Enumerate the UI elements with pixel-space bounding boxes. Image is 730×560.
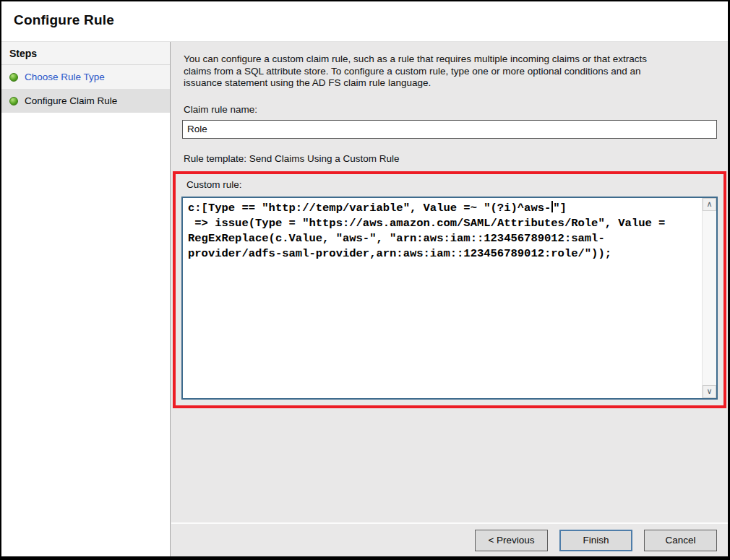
configure-rule-dialog: Configure Rule Steps Choose Rule Type Co… <box>0 0 730 560</box>
sidebar-item-choose-rule-type[interactable]: Choose Rule Type <box>1 65 170 89</box>
previous-button[interactable]: < Previous <box>475 530 548 551</box>
main-panel: You can configure a custom claim rule, s… <box>171 42 730 556</box>
claim-rule-name-label: Claim rule name: <box>184 104 730 115</box>
rule-template-text: Rule template: Send Claims Using a Custo… <box>184 153 730 164</box>
vertical-scrollbar[interactable]: ∧ ∨ <box>702 198 716 398</box>
steps-header: Steps <box>1 42 170 65</box>
sidebar-item-label: Choose Rule Type <box>25 72 105 82</box>
description-line: You can configure a custom claim rule, s… <box>184 53 730 66</box>
custom-rule-label: Custom rule: <box>186 179 718 190</box>
sidebar-item-label: Configure Claim Rule <box>25 95 117 106</box>
scroll-down-icon[interactable]: ∨ <box>703 385 716 398</box>
sidebar-item-configure-claim-rule[interactable]: Configure Claim Rule <box>1 89 170 113</box>
content-area: Steps Choose Rule Type Configure Claim R… <box>1 41 728 556</box>
button-bar: < Previous Finish Cancel <box>171 522 728 556</box>
step-complete-icon <box>9 97 18 105</box>
scroll-up-icon[interactable]: ∧ <box>703 198 716 211</box>
red-annotation-highlight: Custom rule: c:[Type == "http://temp/var… <box>173 171 726 408</box>
finish-button[interactable]: Finish <box>559 530 632 551</box>
title-bar: Configure Rule <box>1 1 728 40</box>
step-complete-icon <box>9 73 18 82</box>
code-before-caret: c:[Type == "http://temp/variable", Value… <box>188 202 551 215</box>
claim-rule-name-input[interactable] <box>182 120 717 139</box>
custom-rule-textarea[interactable]: c:[Type == "http://temp/variable", Value… <box>181 197 718 400</box>
steps-sidebar: Steps Choose Rule Type Configure Claim R… <box>1 42 171 556</box>
page-title: Configure Rule <box>14 12 728 28</box>
description-text: You can configure a custom claim rule, s… <box>184 53 730 90</box>
description-line: claims from a SQL attribute store. To co… <box>184 66 730 78</box>
cancel-button[interactable]: Cancel <box>644 530 717 551</box>
steps-list: Steps Choose Rule Type Configure Claim R… <box>1 42 170 113</box>
custom-rule-code[interactable]: c:[Type == "http://temp/variable", Value… <box>183 198 702 398</box>
description-line: issuance statement using the AD FS claim… <box>184 77 730 90</box>
